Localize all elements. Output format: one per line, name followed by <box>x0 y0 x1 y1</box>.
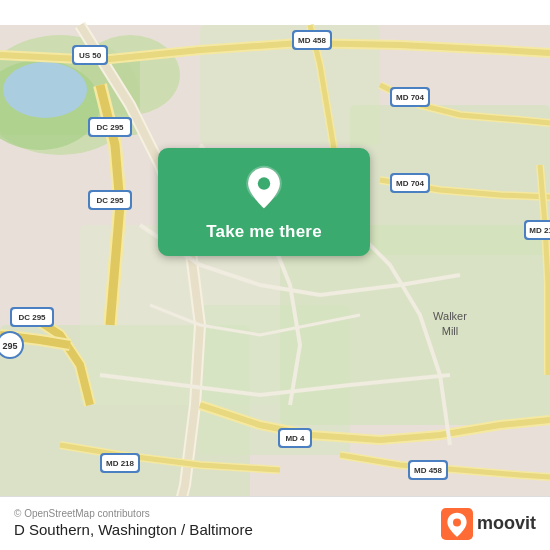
take-me-there-card[interactable]: Take me there <box>158 148 370 256</box>
moovit-logo: moovit <box>441 508 536 540</box>
location-name: D Southern, Washington / Baltimore <box>14 521 253 538</box>
road-label-dc295-top: DC 295 <box>96 123 124 132</box>
road-label-295: 295 <box>2 341 17 351</box>
svg-point-40 <box>453 518 461 526</box>
road-label-dc295-mid: DC 295 <box>96 196 124 205</box>
location-info: © OpenStreetMap contributors D Southern,… <box>14 508 253 539</box>
attribution-text: © OpenStreetMap contributors <box>14 508 253 519</box>
road-label-md21: MD 21 <box>529 226 550 235</box>
location-pin-icon <box>240 164 288 212</box>
map-container: US 50 MD 458 MD 704 MD 704 MD 21 DC 295 … <box>0 0 550 550</box>
road-label-md218: MD 218 <box>106 459 135 468</box>
road-label-dc295-bot: DC 295 <box>18 313 46 322</box>
moovit-brand-icon <box>441 508 473 540</box>
svg-point-5 <box>3 62 87 118</box>
location-name-row: D Southern, Washington / Baltimore <box>14 521 253 539</box>
walker-mill-label-2: Mill <box>442 325 459 337</box>
map-svg: US 50 MD 458 MD 704 MD 704 MD 21 DC 295 … <box>0 0 550 550</box>
road-label-md704-mid: MD 704 <box>396 179 425 188</box>
walker-mill-label: Walker <box>433 310 467 322</box>
svg-point-38 <box>258 177 270 189</box>
road-label-md458-bot: MD 458 <box>414 466 443 475</box>
road-label-md458-top: MD 458 <box>298 36 327 45</box>
road-label-md704-top: MD 704 <box>396 93 425 102</box>
bottom-bar: © OpenStreetMap contributors D Southern,… <box>0 496 550 550</box>
moovit-brand-text: moovit <box>477 513 536 534</box>
take-me-there-label: Take me there <box>206 222 322 242</box>
road-label-md4: MD 4 <box>285 434 305 443</box>
road-label-us50: US 50 <box>79 51 102 60</box>
